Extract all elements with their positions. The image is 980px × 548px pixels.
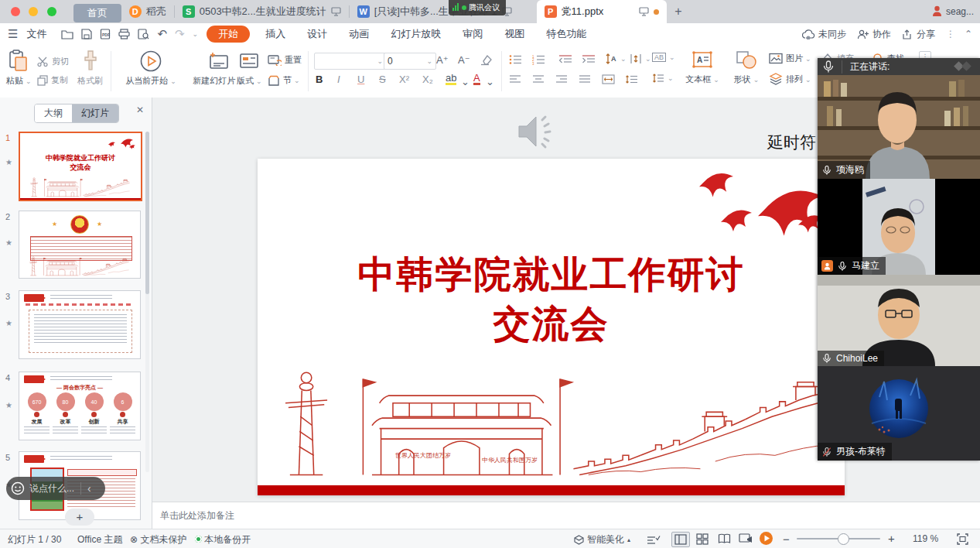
menu-insert[interactable]: 插入 [254,23,296,45]
meeting-chat-bubble[interactable]: 说点什么... ‹ [6,477,105,500]
panel-scrollbar[interactable] [145,132,149,472]
zoom-slider-knob[interactable] [838,533,849,545]
text-spacing-button[interactable]: ⌄ [652,73,674,84]
copy-button[interactable]: 复制 [37,74,68,86]
collapse-ribbon-icon[interactable]: ⌃ [965,29,972,39]
font-color-button[interactable]: A [473,73,480,85]
decrease-indent-icon[interactable] [558,54,572,65]
share-label[interactable]: 分享 [917,28,935,41]
menu-file[interactable]: 文件 [22,23,57,45]
participant-video[interactable]: 马建立 [818,179,980,275]
sync-cloud-icon[interactable] [802,29,815,39]
para-spacing-button[interactable]: ⌄ [630,53,651,65]
layout-button[interactable]: 版式 ⌄ [237,50,262,87]
menu-design[interactable]: 设计 [296,23,338,45]
increase-indent-icon[interactable] [582,54,596,65]
increase-font-icon[interactable]: A⁺ [436,54,449,66]
collapse-bubble-icon[interactable]: ‹ [80,482,97,495]
participant-video[interactable]: ChihoiLee [818,275,980,366]
clear-format-icon[interactable] [480,54,493,66]
align-center-icon[interactable] [532,74,545,84]
distribute-icon[interactable] [602,74,615,84]
account-area[interactable]: seag... [932,5,974,17]
close-panel-icon[interactable]: ✕ [136,104,144,115]
redo-icon[interactable]: ↷ [175,27,185,41]
panel-scrollbar-thumb[interactable] [145,132,149,294]
print-preview-icon[interactable] [138,29,149,39]
menu-animation[interactable]: 动画 [338,23,380,45]
reading-view-icon[interactable] [718,533,731,544]
open-file-icon[interactable] [61,29,73,39]
play-from-current-button[interactable]: 从当前开始 ⌄ [118,50,184,87]
tab-ppt-doc-active[interactable]: P 党11.pptx [537,0,668,23]
notes-placeholder[interactable]: 单击此处添加备注 [152,502,980,522]
highlight-color-button[interactable]: ab [446,73,456,85]
section-button[interactable]: 节 ⌄ [268,74,300,86]
slide-thumbnail-3[interactable] [19,290,141,359]
justify-icon[interactable] [579,74,591,84]
superscript-button[interactable]: X² [399,74,409,85]
menu-start-active[interactable]: 开始 [207,26,250,43]
zoom-in-button[interactable]: + [888,532,895,545]
main-slide[interactable]: 中韩学院就业工作研讨 交流会 世界人民大团结万岁 中华人民共和国万岁 [258,159,845,495]
tab-home[interactable]: 首页 [73,4,121,22]
undo-icon[interactable]: ↶ [157,27,167,41]
backup-status[interactable]: 本地备份开 [195,533,251,546]
tab-slides[interactable]: 幻灯片 [72,104,118,122]
menu-view[interactable]: 视图 [493,23,535,45]
save-icon[interactable] [81,29,92,39]
format-painter-button[interactable]: 格式刷 [77,50,103,87]
shapes-button[interactable]: 形状 ⌄ [727,50,766,85]
numbered-list-icon[interactable]: 123 [532,54,546,65]
underline-button[interactable]: U [357,74,364,85]
slide-thumbnail-2[interactable]: ★ ★ [19,211,141,279]
menu-slideshow[interactable]: 幻灯片放映 [380,23,452,45]
font-color-dropdown-icon[interactable]: ⌄ [486,76,494,87]
participant-video[interactable]: 男孩-布莱特 [818,366,980,461]
textbox-button[interactable]: A 文本框 ⌄ [681,50,724,85]
theme-name[interactable]: Office 主题 [77,533,122,546]
decrease-font-icon[interactable]: A⁻ [458,54,470,66]
export-pdf-icon[interactable]: PDF [100,29,111,39]
menu-special-features[interactable]: 特色功能 [535,23,597,45]
notes-area[interactable]: 单击此处添加备注 [152,502,980,529]
bold-button[interactable]: B [316,74,323,85]
bullet-list-icon[interactable] [509,54,523,65]
slide-title-line1[interactable]: 中韩学院就业工作研讨 [258,250,845,300]
line-spacing-button[interactable]: A ⌄ [605,53,627,65]
subscript-button[interactable]: X₂ [422,74,433,85]
protection-status[interactable]: ⊗ 文档未保护 [130,533,186,546]
zoom-out-button[interactable]: − [783,533,790,546]
play-slideshow-button[interactable] [760,532,773,545]
tencent-meeting-badge[interactable]: 腾讯会议 [449,0,506,15]
minimize-window-icon[interactable] [29,7,38,16]
print-icon[interactable] [118,29,130,39]
italic-button[interactable]: I [337,74,340,85]
maximize-window-icon[interactable] [47,7,56,16]
tab-sheet-doc[interactable]: S 0503中韩2...生就业进度统计 [175,0,349,23]
more-options-icon[interactable]: ⋮ [946,29,955,39]
slide-thumbnail-4[interactable]: — 两会数字亮点 — 670 发展 80 改革 40 创新 [19,372,141,440]
picture-button[interactable]: 图片 ⌄ [769,53,811,64]
zoom-percentage[interactable]: 119 % [913,533,938,544]
highlight-dropdown-icon[interactable]: ⌄ [461,76,470,87]
close-window-icon[interactable] [11,7,20,16]
paste-button[interactable]: 粘贴 ⌄ [6,50,32,87]
slide-sorter-view-icon[interactable] [696,533,709,545]
meeting-header[interactable]: 正在讲话: [818,58,980,75]
sync-status-label[interactable]: 未同步 [818,28,846,41]
view-normal-button-selected[interactable] [671,532,690,547]
reset-button[interactable]: 重置 [268,54,302,66]
chat-placeholder[interactable]: 说点什么... [29,482,74,495]
collaborate-label[interactable]: 协作 [872,28,891,41]
audio-speaker-icon[interactable] [513,111,558,152]
hamburger-menu-icon[interactable]: ☰ [8,27,18,41]
arrange-button[interactable]: 排列 ⌄ [769,73,811,85]
strikethrough-button[interactable]: S [379,74,386,85]
font-size-select[interactable]: 0⌄ [384,53,436,70]
new-tab-button[interactable]: + [667,0,689,23]
slide-thumbnail-1[interactable]: 中韩学院就业工作研讨 交流会 [19,132,142,201]
fit-slide-icon[interactable] [957,533,968,545]
tab-outline[interactable]: 大纲 [35,104,72,122]
align-left-icon[interactable] [509,74,521,84]
